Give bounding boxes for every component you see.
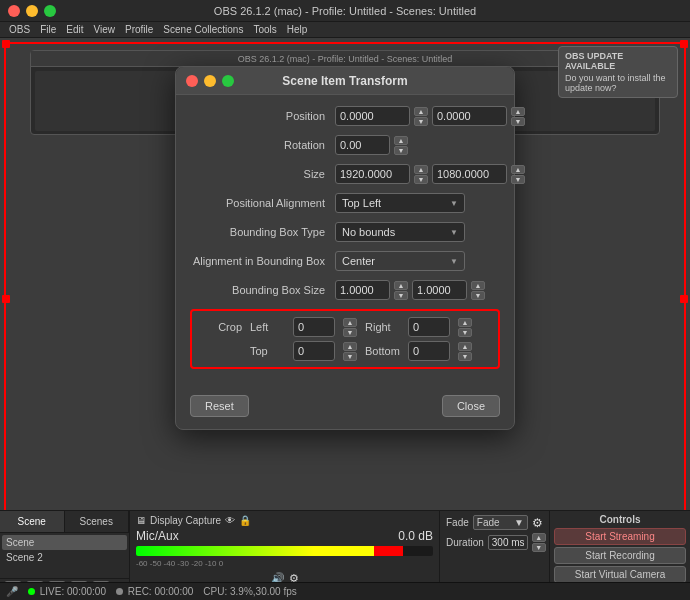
positional-alignment-arrow: ▼: [450, 199, 458, 208]
crop-right-input[interactable]: [408, 317, 450, 337]
notification-bubble[interactable]: OBS UPDATE AVAILABLE Do you want to inst…: [558, 46, 678, 98]
menu-help[interactable]: Help: [282, 24, 313, 35]
start-streaming-button[interactable]: Start Streaming: [554, 528, 686, 545]
dialog-maximize-button[interactable]: [222, 75, 234, 87]
tab-scenes[interactable]: Scenes: [65, 511, 130, 532]
dialog-close-button[interactable]: [186, 75, 198, 87]
duration-label: Duration: [446, 537, 484, 548]
dialog-buttons: Reset Close: [176, 387, 514, 429]
position-x-up[interactable]: ▲: [414, 107, 428, 116]
dialog-window-controls: [186, 75, 234, 87]
rotation-down[interactable]: ▼: [394, 146, 408, 155]
alignment-bb-value: Center: [342, 255, 375, 267]
alignment-bb-arrow: ▼: [450, 257, 458, 266]
size-w-down[interactable]: ▼: [414, 175, 428, 184]
display-capture-text: Display Capture: [150, 515, 221, 526]
status-bar: 🎤 LIVE: 00:00:00 REC: 00:00:00 CPU: 3.9%…: [0, 582, 690, 600]
fade-settings-icon[interactable]: ⚙: [532, 516, 543, 530]
size-h-down[interactable]: ▼: [511, 175, 525, 184]
bounding-box-size-fields: ▲ ▼ ▲ ▼: [335, 280, 485, 300]
display-capture-bar: 🖥 Display Capture 👁 🔒: [136, 515, 433, 526]
window-title: OBS 26.1.2 (mac) - Profile: Untitled - S…: [214, 5, 476, 17]
main-content: OBS 26.1.2 (mac) - Profile: Untitled - S…: [0, 38, 690, 600]
size-w-input[interactable]: [335, 164, 410, 184]
positional-alignment-select[interactable]: Top Left ▼: [335, 193, 465, 213]
menu-obs[interactable]: OBS: [4, 24, 35, 35]
reset-button[interactable]: Reset: [190, 395, 249, 417]
positional-alignment-row: Positional Alignment Top Left ▼: [190, 192, 500, 214]
menu-file[interactable]: File: [35, 24, 61, 35]
crop-top-label: Top: [250, 345, 285, 357]
crop-bottom-input[interactable]: [408, 341, 450, 361]
positional-alignment-value: Top Left: [342, 197, 381, 209]
size-w-up[interactable]: ▲: [414, 165, 428, 174]
position-row: Position ▲ ▼ ▲ ▼: [190, 105, 500, 127]
minimize-button[interactable]: [26, 5, 38, 17]
start-recording-button[interactable]: Start Recording: [554, 547, 686, 564]
dialog-body: Position ▲ ▼ ▲ ▼ Rotation: [176, 95, 514, 387]
crop-top-down[interactable]: ▼: [343, 352, 357, 361]
bounding-box-size-w-input[interactable]: [335, 280, 390, 300]
size-h-input[interactable]: [432, 164, 507, 184]
size-w-spinner: ▲ ▼: [414, 165, 428, 184]
duration-input[interactable]: [488, 535, 528, 550]
position-y-spinner: ▲ ▼: [511, 107, 525, 126]
rec-indicator: REC: 00:00:00: [116, 586, 193, 597]
crop-right-up[interactable]: ▲: [458, 318, 472, 327]
scene-item-1[interactable]: Scene: [2, 535, 127, 550]
crop-bottom-down[interactable]: ▼: [458, 352, 472, 361]
menu-scene-collections[interactable]: Scene Collections: [158, 24, 248, 35]
maximize-button[interactable]: [44, 5, 56, 17]
menu-tools[interactable]: Tools: [248, 24, 281, 35]
rotation-label: Rotation: [190, 139, 335, 151]
fade-select[interactable]: Fade ▼: [473, 515, 528, 530]
crop-left-up[interactable]: ▲: [343, 318, 357, 327]
fade-arrow: ▼: [514, 517, 524, 528]
crop-right-down[interactable]: ▼: [458, 328, 472, 337]
volume-scale: -60 -50 -40 -30 -20 -10 0: [136, 559, 433, 568]
crop-top-up[interactable]: ▲: [343, 342, 357, 351]
close-dialog-button[interactable]: Close: [442, 395, 500, 417]
bb-size-w-spinner: ▲ ▼: [394, 281, 408, 300]
bounding-box-size-label: Bounding Box Size: [190, 284, 335, 296]
bounding-box-type-select[interactable]: No bounds ▼: [335, 222, 465, 242]
duration-down[interactable]: ▼: [532, 543, 546, 552]
dialog-title: Scene Item Transform: [282, 74, 407, 88]
volume-yellow: [314, 546, 373, 556]
position-x-down[interactable]: ▼: [414, 117, 428, 126]
rotation-input[interactable]: [335, 135, 390, 155]
position-y-down[interactable]: ▼: [511, 117, 525, 126]
crop-left-down[interactable]: ▼: [343, 328, 357, 337]
position-x-input[interactable]: [335, 106, 410, 126]
menu-edit[interactable]: Edit: [61, 24, 88, 35]
position-y-input[interactable]: [432, 106, 507, 126]
size-fields: ▲ ▼ ▲ ▼: [335, 164, 525, 184]
position-y-up[interactable]: ▲: [511, 107, 525, 116]
duration-up[interactable]: ▲: [532, 533, 546, 542]
volume-green: [136, 546, 314, 556]
alignment-bb-select[interactable]: Center ▼: [335, 251, 465, 271]
scene-item-transform-dialog: Scene Item Transform Position ▲ ▼ ▲ ▼: [175, 66, 515, 430]
close-button[interactable]: [8, 5, 20, 17]
scene-item-2[interactable]: Scene 2: [2, 550, 127, 565]
menu-view[interactable]: View: [88, 24, 120, 35]
dialog-minimize-button[interactable]: [204, 75, 216, 87]
size-h-up[interactable]: ▲: [511, 165, 525, 174]
bounding-box-size-h-input[interactable]: [412, 280, 467, 300]
crop-bottom-up[interactable]: ▲: [458, 342, 472, 351]
audio-header: Mic/Aux 0.0 dB: [136, 529, 433, 543]
window-controls: [8, 5, 56, 17]
bb-size-h-down[interactable]: ▼: [471, 291, 485, 300]
bb-size-w-down[interactable]: ▼: [394, 291, 408, 300]
live-dot: [28, 588, 35, 595]
crop-top-input[interactable]: [293, 341, 335, 361]
audio-name: Mic/Aux: [136, 529, 179, 543]
bb-size-w-up[interactable]: ▲: [394, 281, 408, 290]
start-virtual-camera-button[interactable]: Start Virtual Camera: [554, 566, 686, 583]
crop-left-input[interactable]: [293, 317, 335, 337]
menu-profile[interactable]: Profile: [120, 24, 158, 35]
volume-red: [374, 546, 404, 556]
tab-scene[interactable]: Scene: [0, 511, 65, 532]
bb-size-h-up[interactable]: ▲: [471, 281, 485, 290]
rotation-up[interactable]: ▲: [394, 136, 408, 145]
